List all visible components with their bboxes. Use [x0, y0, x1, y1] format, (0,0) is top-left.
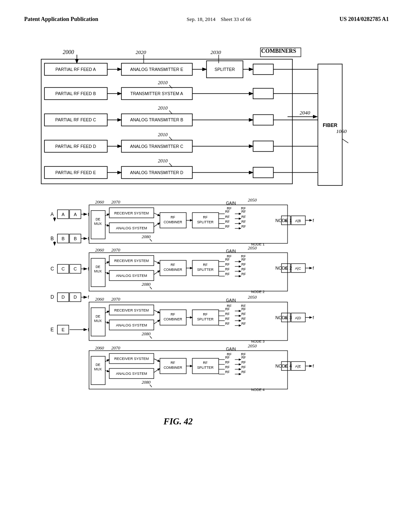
svg-text:2050: 2050: [248, 295, 257, 299]
svg-text:2060: 2060: [95, 247, 104, 252]
svg-text:2080: 2080: [142, 331, 151, 336]
svg-text:2010: 2010: [158, 80, 167, 85]
svg-text:f: f: [313, 266, 314, 270]
svg-text:RF: RF: [171, 215, 175, 219]
svg-text:RF: RF: [203, 361, 207, 365]
svg-text:RECEIVER SYSTEM: RECEIVER SYSTEM: [114, 308, 149, 312]
svg-text:RF: RF: [241, 272, 246, 276]
svg-line-163: [105, 262, 109, 264]
svg-text:f: f: [88, 295, 90, 299]
svg-line-115: [105, 225, 109, 226]
svg-text:MUX: MUX: [94, 269, 102, 273]
svg-line-265: [105, 360, 109, 362]
svg-text:RF: RF: [241, 262, 246, 266]
svg-text:RF: RF: [225, 365, 229, 369]
svg-text:D: D: [285, 316, 288, 320]
svg-text:A|C: A|C: [295, 266, 301, 270]
svg-text:RF: RF: [241, 322, 246, 326]
svg-text:E: E: [50, 327, 54, 332]
svg-text:RF: RF: [225, 258, 229, 262]
svg-text:f: f: [313, 218, 314, 223]
svg-text:NODE 2: NODE 2: [251, 290, 265, 294]
svg-text:RECEIVER SYSTEM: RECEIVER SYSTEM: [114, 259, 149, 263]
svg-line-168: [150, 287, 152, 289]
svg-text:RF: RF: [225, 307, 229, 311]
svg-rect-51: [253, 88, 273, 99]
header-right: US 2014/0282785 A1: [340, 16, 389, 23]
svg-text:SPLITTER: SPLITTER: [197, 317, 214, 321]
header-sheet: Sheet 33 of 66: [221, 16, 251, 22]
diagram-svg: 2000 2020 2030 COMBINERS PARTIAL RF FEED…: [24, 27, 389, 490]
svg-text:COMBINER: COMBINER: [164, 268, 182, 272]
svg-line-121: [154, 213, 160, 216]
svg-text:NODE 4: NODE 4: [275, 364, 292, 368]
svg-text:PARTIAL RF FEED A: PARTIAL RF FEED A: [56, 67, 96, 72]
svg-text:GAIN: GAIN: [226, 298, 236, 303]
svg-text:COMBINER: COMBINER: [164, 317, 182, 321]
svg-text:RF: RF: [241, 312, 246, 316]
svg-text:RF: RF: [225, 224, 229, 229]
svg-text:2070: 2070: [111, 297, 121, 301]
svg-text:A|D: A|D: [295, 316, 301, 320]
svg-text:2010: 2010: [158, 158, 167, 164]
svg-text:RF: RF: [241, 210, 246, 214]
svg-text:D: D: [74, 295, 77, 299]
svg-line-219: [150, 336, 152, 339]
page: Patent Application Publication Sep. 18, …: [0, 0, 413, 532]
svg-text:2060: 2060: [95, 345, 104, 350]
svg-text:MUX: MUX: [94, 319, 102, 323]
svg-text:E: E: [285, 364, 287, 368]
svg-text:PARTIAL RF FEED B: PARTIAL RF FEED B: [55, 91, 96, 96]
svg-line-68: [342, 139, 348, 143]
svg-text:RF: RF: [203, 312, 207, 316]
svg-text:RF: RF: [241, 360, 246, 364]
svg-text:RF: RF: [225, 220, 229, 224]
svg-text:DE: DE: [96, 217, 100, 221]
svg-text:RF: RF: [241, 370, 246, 374]
svg-text:2060: 2060: [95, 200, 104, 204]
svg-text:SPLITTER: SPLITTER: [197, 220, 214, 224]
svg-line-270: [150, 384, 152, 387]
svg-text:RF: RF: [225, 267, 229, 271]
svg-text:COMBINER: COMBINER: [164, 366, 182, 370]
svg-rect-53: [253, 114, 273, 125]
svg-text:2030: 2030: [211, 49, 221, 55]
svg-text:COMBINERS: COMBINERS: [261, 48, 296, 54]
svg-text:RF: RF: [241, 355, 246, 360]
svg-rect-49: [253, 64, 273, 75]
svg-text:RF: RF: [241, 258, 246, 262]
svg-text:RECEIVER SYSTEM: RECEIVER SYSTEM: [114, 211, 149, 215]
svg-text:GAIN: GAIN: [226, 249, 236, 254]
svg-text:RF: RF: [225, 317, 229, 321]
svg-line-275: [154, 368, 160, 372]
svg-text:B: B: [74, 236, 77, 241]
svg-line-27: [169, 110, 172, 114]
svg-text:RF: RF: [241, 307, 246, 311]
svg-text:D: D: [61, 295, 65, 299]
svg-text:RF: RF: [225, 272, 229, 276]
svg-text:D: D: [50, 294, 54, 300]
header-left: Patent Application Publication: [24, 16, 98, 23]
svg-text:B: B: [50, 236, 54, 241]
svg-text:2050: 2050: [248, 197, 257, 202]
svg-text:2080: 2080: [142, 282, 151, 287]
svg-text:RF: RF: [241, 215, 246, 219]
svg-text:A|E: A|E: [295, 364, 301, 368]
svg-text:RF: RF: [225, 322, 229, 326]
svg-text:ANALOG TRANSMITTER D: ANALOG TRANSMITTER D: [130, 170, 183, 175]
svg-text:C: C: [74, 266, 77, 271]
svg-text:RECEIVER SYSTEM: RECEIVER SYSTEM: [114, 357, 149, 361]
svg-text:TRANSMITTER SYSTEM A: TRANSMITTER SYSTEM A: [130, 91, 183, 96]
svg-text:2070: 2070: [111, 345, 121, 350]
header-center: Sep. 18, 2014 Sheet 33 of 66: [187, 16, 251, 23]
svg-text:2010: 2010: [158, 105, 167, 111]
svg-text:ANALOG SYSTEM: ANALOG SYSTEM: [116, 274, 147, 278]
svg-text:2000: 2000: [63, 49, 74, 55]
svg-text:RF: RF: [203, 215, 207, 219]
svg-rect-55: [253, 141, 273, 152]
svg-text:RF: RF: [241, 317, 246, 321]
svg-text:NODE 3: NODE 3: [275, 315, 292, 320]
svg-text:RF: RF: [225, 355, 229, 360]
svg-text:ANALOG SYSTEM: ANALOG SYSTEM: [116, 323, 147, 327]
svg-text:C: C: [61, 266, 65, 271]
